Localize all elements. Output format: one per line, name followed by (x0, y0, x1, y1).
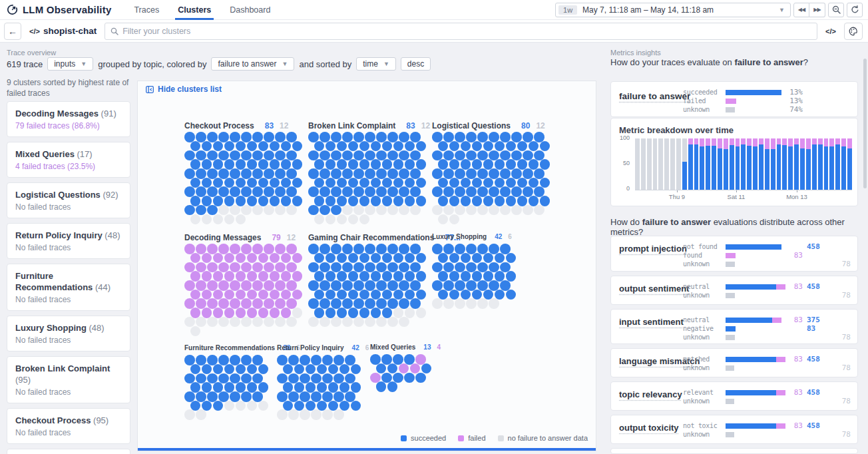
trace-bubble[interactable] (218, 317, 229, 328)
trace-bubble[interactable] (264, 205, 274, 216)
trace-bubble[interactable] (455, 168, 465, 179)
search-input[interactable] (122, 27, 811, 36)
trace-bubble[interactable] (432, 298, 443, 309)
cluster-list-item[interactable]: Mixed Queries (17)4 failed traces (23.5%… (7, 142, 130, 178)
metric-title[interactable]: prompt injection (619, 244, 687, 254)
trace-bubble[interactable] (455, 205, 465, 216)
trace-bubble[interactable] (196, 205, 206, 216)
trace-bubble[interactable] (241, 205, 252, 216)
trace-bubble[interactable] (443, 205, 454, 216)
breakdown-bar[interactable] (777, 138, 781, 190)
trace-bubble[interactable] (252, 280, 263, 291)
trace-bubble[interactable] (337, 214, 347, 225)
trace-bubble[interactable] (196, 391, 206, 402)
trace-bubble[interactable] (207, 391, 218, 402)
trace-bubble[interactable] (241, 317, 252, 328)
trace-bubble[interactable] (333, 391, 344, 402)
trace-bubble[interactable] (416, 308, 427, 318)
cluster-list-item[interactable]: Decoding Messages (91)79 failed traces (… (7, 101, 130, 137)
trace-bubble[interactable] (387, 205, 398, 216)
breakdown-bar[interactable] (818, 138, 823, 190)
trace-bubble[interactable] (351, 401, 361, 411)
metric-dropdown[interactable]: failure to answer▼ (211, 57, 294, 71)
breakdown-bar[interactable] (712, 138, 716, 190)
trace-bubble[interactable] (320, 280, 330, 291)
trace-bubble[interactable] (353, 317, 364, 328)
cluster-list-item[interactable]: Gaming Chair Recommendations (89)No fail… (7, 449, 130, 454)
trace-bubble[interactable] (230, 280, 240, 291)
trace-bubble[interactable] (466, 168, 477, 179)
trace-bubble[interactable] (365, 317, 375, 328)
trace-bubble[interactable] (252, 168, 263, 179)
hide-clusters-list-button[interactable]: Hide clusters list (146, 85, 222, 94)
trace-bubble[interactable] (466, 205, 477, 216)
trace-bubble[interactable] (218, 391, 229, 402)
metric-title[interactable]: failure to answer (619, 91, 690, 101)
metric-distribution-card[interactable]: output sentimentneutral83458unknown78 (610, 276, 858, 305)
trace-bubble[interactable] (399, 168, 409, 179)
trace-bubble[interactable] (292, 308, 303, 318)
trace-bubble[interactable] (292, 196, 303, 206)
trace-bubble[interactable] (207, 280, 218, 291)
trace-bubble[interactable] (353, 205, 364, 216)
trace-bubble[interactable] (230, 205, 240, 216)
cluster-list-item[interactable]: Checkout Process (95)No failed traces (7, 408, 130, 444)
trace-bubble[interactable] (258, 401, 269, 411)
trace-bubble[interactable] (345, 391, 355, 402)
trace-bubble[interactable] (286, 317, 297, 328)
trace-bubble[interactable] (387, 168, 398, 179)
trace-bubble[interactable] (534, 205, 544, 216)
application-selector[interactable]: </> shopist-chat (27, 26, 99, 36)
trace-bubble[interactable] (410, 168, 421, 179)
breakdown-bar[interactable] (700, 138, 704, 190)
cluster-search[interactable] (105, 23, 817, 40)
trace-bubble[interactable] (196, 168, 206, 179)
trace-bubble[interactable] (322, 391, 333, 402)
cluster-list-item[interactable]: Return Policy Inquiry (48)No failed trac… (7, 223, 130, 259)
metric-title[interactable]: topic relevancy (619, 389, 682, 399)
trace-bubble[interactable] (365, 168, 375, 179)
trace-bubble[interactable] (466, 298, 477, 309)
breakdown-bar[interactable] (688, 138, 693, 190)
trace-bubble[interactable] (500, 205, 511, 216)
trace-bubble[interactable] (489, 298, 499, 309)
time-range-picker[interactable]: 1w May 7, 11:18 am – May 14, 11:18 am ▼ (555, 3, 791, 17)
breakdown-bar[interactable] (806, 138, 811, 190)
trace-bubble[interactable] (432, 205, 443, 216)
trace-bubble[interactable] (241, 280, 252, 291)
trace-bubble[interactable] (275, 317, 286, 328)
trace-bubble[interactable] (288, 391, 299, 402)
trace-bubble[interactable] (184, 409, 195, 420)
trace-bubble[interactable] (376, 381, 387, 392)
trace-bubble[interactable] (331, 168, 341, 179)
trace-bubble[interactable] (455, 280, 465, 291)
trace-bubble[interactable] (523, 168, 533, 179)
trace-bubble[interactable] (190, 326, 201, 337)
back-button[interactable]: ← (4, 23, 21, 40)
time-forward-button[interactable]: ▶▶ (809, 3, 825, 17)
trace-bubble[interactable] (230, 391, 240, 402)
metric-distribution-card[interactable]: topic relevancyrelevant83458unknown78 (610, 381, 858, 411)
trace-bubble[interactable] (353, 280, 364, 291)
trace-bubble[interactable] (277, 409, 288, 420)
trace-bubble[interactable] (443, 280, 454, 291)
breakdown-bar[interactable] (664, 138, 669, 190)
trace-bubble[interactable] (264, 280, 274, 291)
trace-bubble[interactable] (506, 290, 517, 300)
trace-bubble[interactable] (416, 196, 427, 206)
trace-bubble[interactable] (443, 298, 454, 309)
trace-bubble[interactable] (207, 317, 218, 328)
trace-bubble[interactable] (218, 168, 229, 179)
breakdown-bar[interactable] (847, 138, 852, 190)
trace-bubble[interactable] (387, 317, 398, 328)
metric-distribution-card[interactable]: input sentimentneutral83375negative83unk… (610, 309, 858, 344)
trace-bubble[interactable] (264, 317, 274, 328)
cluster-list-item[interactable]: Luxury Shopping (48)No failed traces (7, 316, 130, 351)
trace-bubble[interactable] (196, 280, 206, 291)
window-scrollbar[interactable] (863, 59, 867, 188)
trace-bubble[interactable] (275, 205, 286, 216)
trace-bubble[interactable] (399, 205, 409, 216)
sort-direction-button[interactable]: desc (401, 57, 431, 71)
cluster-list-item[interactable]: Furniture Recommendations (44)No failed … (7, 264, 130, 311)
trace-bubble[interactable] (359, 214, 370, 225)
